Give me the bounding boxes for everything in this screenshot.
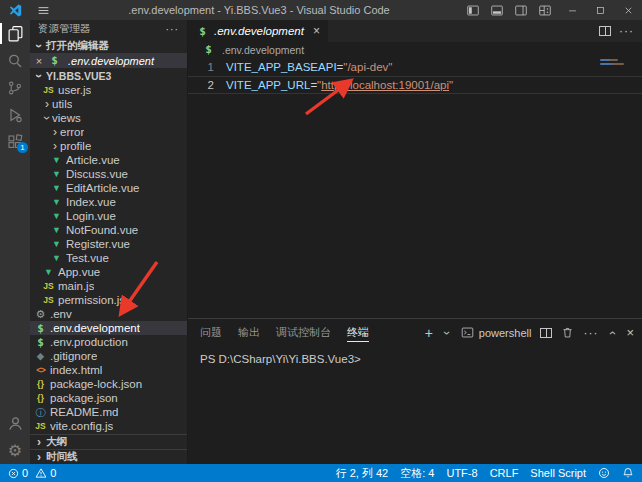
panel-tab-[interactable]: 问题 bbox=[200, 319, 222, 346]
layout-panel-icon[interactable] bbox=[486, 1, 508, 19]
timeline-section-header[interactable]: › 时间线 bbox=[30, 449, 187, 464]
title-bar: .env.development - Yi.BBS.Vue3 - Visual … bbox=[0, 0, 642, 20]
layout-customize-icon[interactable] bbox=[534, 1, 556, 19]
chevron-right-icon: › bbox=[34, 437, 44, 447]
code-line-1[interactable]: 1VITE_APP_BASEAPI="/api-dev" bbox=[188, 58, 642, 76]
tree-item-label: .env.development bbox=[50, 322, 140, 334]
tree-item-label: permission.js bbox=[58, 294, 125, 306]
line-number: 1 bbox=[188, 61, 226, 73]
tree-item-label: App.vue bbox=[58, 266, 100, 278]
layout-sidebar-left-icon[interactable] bbox=[462, 1, 484, 19]
maximize-button[interactable] bbox=[586, 0, 614, 20]
tree-item-utils[interactable]: ›utils bbox=[30, 97, 187, 111]
layout-sidebar-right-icon[interactable] bbox=[510, 1, 532, 19]
tree-item-package-json[interactable]: {}package.json bbox=[30, 391, 187, 405]
project-section-header[interactable]: › YI.BBS.VUE3 bbox=[30, 68, 187, 83]
status-4[interactable]: 空格: 4 bbox=[400, 466, 434, 481]
open-editor-item-env-development[interactable]: × $ .env.development bbox=[30, 53, 187, 68]
tree-item-readme-md[interactable]: ⓘREADME.md bbox=[30, 405, 187, 419]
env-file-icon: $ bbox=[34, 336, 47, 349]
tree-item-gitignore[interactable]: ◆.gitignore bbox=[30, 349, 187, 363]
tree-item-user-js[interactable]: JSuser.js bbox=[30, 83, 187, 97]
panel-tab-[interactable]: 调试控制台 bbox=[276, 319, 331, 346]
run-debug-icon bbox=[7, 107, 23, 123]
tree-item-label: README.md bbox=[50, 406, 118, 418]
menu-hamburger-icon[interactable] bbox=[30, 4, 56, 17]
split-editor-icon[interactable] bbox=[599, 26, 611, 36]
html-file-icon: <> bbox=[34, 364, 47, 377]
tree-item-label: EditArticle.vue bbox=[66, 182, 140, 194]
activity-bar: 1⚙ bbox=[0, 20, 30, 464]
chevron-down-icon[interactable]: › bbox=[442, 328, 452, 338]
minimap[interactable] bbox=[600, 59, 628, 99]
code-token: = bbox=[310, 79, 317, 91]
tree-item-label: index.html bbox=[50, 364, 102, 376]
tree-item-login-vue[interactable]: ▼Login.vue bbox=[30, 209, 187, 223]
status-utf-8[interactable]: UTF-8 bbox=[446, 467, 477, 479]
tab-close-icon[interactable]: × bbox=[313, 24, 320, 38]
new-terminal-icon[interactable]: + bbox=[425, 325, 433, 341]
close-icon[interactable]: × bbox=[34, 55, 44, 67]
activity-bar-account[interactable] bbox=[0, 410, 30, 437]
status-2-42[interactable]: 行 2, 列 42 bbox=[336, 466, 389, 481]
maximize-panel-chevron-up-icon[interactable]: › bbox=[607, 328, 617, 338]
terminal-output[interactable]: PS D:\CSharp\Yi\Yi.BBS.Vue3> bbox=[188, 346, 642, 464]
tree-item-article-vue[interactable]: ▼Article.vue bbox=[30, 153, 187, 167]
notifications-bell-icon[interactable] bbox=[622, 467, 634, 479]
activity-bar-search[interactable] bbox=[0, 47, 30, 74]
breadcrumb[interactable]: $ .env.development bbox=[188, 42, 642, 57]
terminal-prompt: PS D:\CSharp\Yi\Yi.BBS.Vue3> bbox=[200, 353, 361, 365]
tree-item-profile[interactable]: ›profile bbox=[30, 139, 187, 153]
tree-item-test-vue[interactable]: ▼Test.vue bbox=[30, 251, 187, 265]
tab-env-development[interactable]: $ .env.development × bbox=[188, 20, 328, 42]
tree-item-permission-js[interactable]: JSpermission.js bbox=[30, 293, 187, 307]
env-file-icon: $ bbox=[202, 43, 215, 56]
tree-item-label: Index.vue bbox=[66, 196, 116, 208]
status-crlf[interactable]: CRLF bbox=[490, 467, 519, 479]
outline-section-header[interactable]: › 大纲 bbox=[30, 434, 187, 449]
activity-bar-explorer[interactable] bbox=[0, 20, 30, 47]
tree-item-discuss-vue[interactable]: ▼Discuss.vue bbox=[30, 167, 187, 181]
problems-status[interactable]: 0 0 bbox=[8, 467, 56, 479]
sidebar-more-actions-icon[interactable]: ··· bbox=[166, 23, 180, 35]
tree-item-index-vue[interactable]: ▼Index.vue bbox=[30, 195, 187, 209]
panel-tab-[interactable]: 输出 bbox=[238, 319, 260, 346]
tree-item-main-js[interactable]: JSmain.js bbox=[30, 279, 187, 293]
activity-bar-source-control[interactable] bbox=[0, 74, 30, 101]
tree-item-vite-config-js[interactable]: JSvite.config.js bbox=[30, 419, 187, 433]
url-link[interactable]: http://localhost:19001/api bbox=[321, 79, 449, 91]
minimize-button[interactable] bbox=[558, 0, 586, 20]
activity-bar-run-debug[interactable] bbox=[0, 101, 30, 128]
activity-bar-extensions[interactable]: 1 bbox=[0, 128, 30, 155]
close-button[interactable] bbox=[614, 0, 642, 20]
editor-more-actions-icon[interactable]: ··· bbox=[619, 24, 634, 38]
vscode-window: .env.development - Yi.BBS.Vue3 - Visual … bbox=[0, 0, 642, 482]
kill-terminal-trash-icon[interactable] bbox=[561, 326, 574, 339]
panel-tab-[interactable]: 终端 bbox=[347, 319, 369, 346]
tree-item-editarticle-vue[interactable]: ▼EditArticle.vue bbox=[30, 181, 187, 195]
code-line-2[interactable]: 2VITE_APP_URL="http://localhost:19001/ap… bbox=[188, 76, 642, 94]
tree-item-env[interactable]: ⚙.env bbox=[30, 307, 187, 321]
split-terminal-icon[interactable] bbox=[540, 328, 552, 338]
tree-item-index-html[interactable]: <>index.html bbox=[30, 363, 187, 377]
tree-item-env-production[interactable]: $.env.production bbox=[30, 335, 187, 349]
close-panel-icon[interactable]: × bbox=[626, 325, 634, 340]
tree-item-package-lock-json[interactable]: {}package-lock.json bbox=[30, 377, 187, 391]
activity-bar-settings[interactable]: ⚙ bbox=[0, 437, 30, 464]
code-editor[interactable]: 1VITE_APP_BASEAPI="/api-dev"2VITE_APP_UR… bbox=[188, 57, 642, 318]
feedback-icon[interactable] bbox=[598, 467, 610, 479]
tree-item-register-vue[interactable]: ▼Register.vue bbox=[30, 237, 187, 251]
tree-item-app-vue[interactable]: ▼App.vue bbox=[30, 265, 187, 279]
tree-item-label: user.js bbox=[58, 84, 91, 96]
tree-item-views[interactable]: ›views bbox=[30, 111, 187, 125]
tree-item-label: vite.config.js bbox=[50, 420, 113, 432]
open-editors-section-header[interactable]: › 打开的编辑器 bbox=[30, 38, 187, 53]
tree-item-notfound-vue[interactable]: ▼NotFound.vue bbox=[30, 223, 187, 237]
chevron-down-icon: › bbox=[34, 71, 44, 81]
tree-item-env-development[interactable]: $.env.development bbox=[30, 321, 187, 335]
panel-more-actions-icon[interactable]: ··· bbox=[583, 326, 598, 340]
status-shell-script[interactable]: Shell Script bbox=[530, 467, 586, 479]
shell-label[interactable]: powershell bbox=[479, 327, 532, 339]
chevron-down-icon: › bbox=[42, 113, 52, 123]
tree-item-error[interactable]: ›error bbox=[30, 125, 187, 139]
